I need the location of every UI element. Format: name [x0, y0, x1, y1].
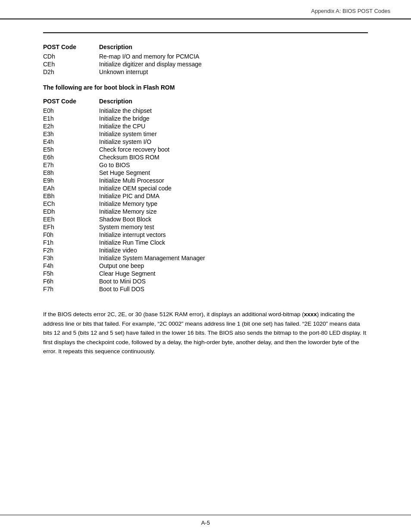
table-row: EBhInitialize PIC and DMA — [43, 193, 368, 199]
row-code: CEh — [43, 61, 99, 68]
table-row: F5hClear Huge Segment — [43, 270, 368, 277]
table-row: EEhShadow Boot Block — [43, 216, 368, 223]
flash-rom-heading: The following are for boot block in Flas… — [43, 84, 368, 91]
table-row: EFhSystem memory test — [43, 224, 368, 230]
flash-table-header: POST Code Description — [43, 98, 368, 105]
row-code: CDh — [43, 53, 99, 60]
row-desc: Re-map I/O and memory for PCMCIA — [99, 53, 368, 60]
row-desc: Boot to Mini DOS — [99, 278, 368, 285]
row-desc: Initialize digitizer and display message — [99, 61, 368, 68]
table-row: F2hInitialize video — [43, 247, 368, 254]
row-code: E0h — [43, 107, 99, 114]
top-col1-header: POST Code — [43, 44, 99, 50]
row-code: E1h — [43, 115, 99, 122]
table-row: E0hInitialize the chipset — [43, 107, 368, 114]
row-desc: Check force recovery boot — [99, 146, 368, 153]
row-code: EAh — [43, 185, 99, 192]
row-code: ECh — [43, 200, 99, 207]
row-code: E2h — [43, 123, 99, 130]
row-code: F4h — [43, 262, 99, 269]
table-row: EChInitialize Memory type — [43, 200, 368, 207]
table-row: E6hChecksum BIOS ROM — [43, 154, 368, 161]
row-code: D2h — [43, 68, 99, 75]
row-desc: Go to BIOS — [99, 162, 368, 168]
row-desc: Set Huge Segment — [99, 169, 368, 176]
row-code: F1h — [43, 239, 99, 246]
row-desc: Initialize Memory type — [99, 200, 368, 207]
row-code: EEh — [43, 216, 99, 223]
row-code: E7h — [43, 162, 99, 168]
page-footer: A-5 — [0, 515, 411, 532]
table-row: F4hOutput one beep — [43, 262, 368, 269]
table-row: CDhRe-map I/O and memory for PCMCIA — [43, 53, 368, 60]
table-row: E5hCheck force recovery boot — [43, 146, 368, 153]
row-desc: Initialize Memory size — [99, 208, 368, 215]
row-code: F0h — [43, 231, 99, 238]
paragraph-section: If the BIOS detects error 2C, 2E, or 30 … — [43, 310, 368, 356]
table-row: F0hInitialize interrupt vectors — [43, 231, 368, 238]
row-code: EDh — [43, 208, 99, 215]
row-desc: Initialize system I/O — [99, 138, 368, 145]
table-row: EDhInitialize Memory size — [43, 208, 368, 215]
row-code: F5h — [43, 270, 99, 277]
row-desc: Initialize video — [99, 247, 368, 254]
row-code: E5h — [43, 146, 99, 153]
table-row: CEhInitialize digitizer and display mess… — [43, 61, 368, 68]
row-desc: Boot to Full DOS — [99, 286, 368, 292]
row-code: F6h — [43, 278, 99, 285]
row-code: EBh — [43, 193, 99, 199]
row-code: E6h — [43, 154, 99, 161]
top-rule — [43, 32, 368, 33]
row-code: F2h — [43, 247, 99, 254]
row-desc: Checksum BIOS ROM — [99, 154, 368, 161]
table-row: F6hBoot to Mini DOS — [43, 278, 368, 285]
table-row: F7hBoot to Full DOS — [43, 286, 368, 292]
row-desc: Initialize system timer — [99, 131, 368, 137]
row-desc: Initialize PIC and DMA — [99, 193, 368, 199]
row-code: F7h — [43, 286, 99, 292]
table-row: E2hInitialize the CPU — [43, 123, 368, 130]
top-table-rows: CDhRe-map I/O and memory for PCMCIACEhIn… — [43, 53, 368, 75]
flash-col1-header: POST Code — [43, 98, 99, 105]
row-desc: Initialize Multi Processor — [99, 177, 368, 184]
header-title: Appendix A: BIOS POST Codes — [311, 8, 390, 14]
row-code: F3h — [43, 255, 99, 261]
row-desc: Initialize OEM special code — [99, 185, 368, 192]
row-code: E4h — [43, 138, 99, 145]
row-desc: System memory test — [99, 224, 368, 230]
table-row: E1hInitialize the bridge — [43, 115, 368, 122]
page-header: Appendix A: BIOS POST Codes — [0, 0, 411, 19]
table-row: F3hInitialize System Management Manager — [43, 255, 368, 261]
table-row: EAhInitialize OEM special code — [43, 185, 368, 192]
row-desc: Initialize interrupt vectors — [99, 231, 368, 238]
table-row: E8hSet Huge Segment — [43, 169, 368, 176]
row-desc: Initialize the CPU — [99, 123, 368, 130]
flash-col2-header: Description — [99, 98, 368, 105]
row-code: E8h — [43, 169, 99, 176]
table-row: D2hUnknown interrupt — [43, 68, 368, 75]
row-code: EFh — [43, 224, 99, 230]
table-row: E4hInitialize system I/O — [43, 138, 368, 145]
top-table: POST Code Description CDhRe-map I/O and … — [43, 44, 368, 75]
table-row: F1hInitialize Run Time Clock — [43, 239, 368, 246]
page-number: A-5 — [201, 520, 210, 526]
row-desc: Initialize System Management Manager — [99, 255, 368, 261]
flash-table: POST Code Description E0hInitialize the … — [43, 98, 368, 292]
bold-xxxx: xxxx — [304, 311, 317, 317]
table-row: E3hInitialize system timer — [43, 131, 368, 137]
row-desc: Output one beep — [99, 262, 368, 269]
top-col2-header: Description — [99, 44, 368, 50]
row-code: E9h — [43, 177, 99, 184]
row-desc: Initialize the chipset — [99, 107, 368, 114]
row-desc: Shadow Boot Block — [99, 216, 368, 223]
paragraph-text: If the BIOS detects error 2C, 2E, or 30 … — [43, 311, 366, 355]
table-row: E7hGo to BIOS — [43, 162, 368, 168]
row-code: E3h — [43, 131, 99, 137]
row-desc: Unknown interrupt — [99, 68, 368, 75]
row-desc: Initialize Run Time Clock — [99, 239, 368, 246]
flash-table-rows: E0hInitialize the chipsetE1hInitialize t… — [43, 107, 368, 292]
table-row: E9hInitialize Multi Processor — [43, 177, 368, 184]
top-table-header: POST Code Description — [43, 44, 368, 50]
row-desc: Initialize the bridge — [99, 115, 368, 122]
row-desc: Clear Huge Segment — [99, 270, 368, 277]
